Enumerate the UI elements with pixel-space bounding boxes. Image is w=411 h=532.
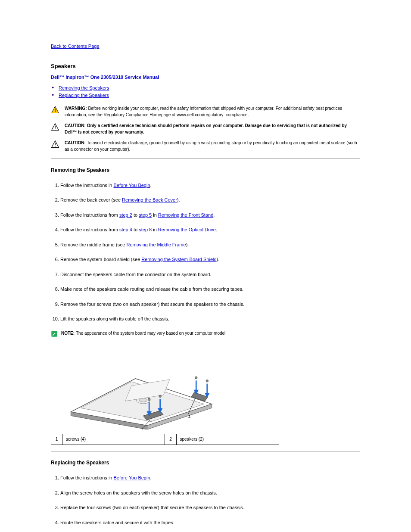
removing-optical-drive-link[interactable]: Removing the Optical Drive — [158, 227, 216, 232]
caution-notice-1: CAUTION: Only a certified service techni… — [51, 122, 360, 135]
svg-rect-1 — [55, 108, 56, 110]
legend-2-num: 2 — [165, 434, 176, 445]
diagram-legend-table: 1 screws (4) 2 speakers (2) — [51, 434, 279, 445]
replacing-speakers-heading: Replacing the Speakers — [51, 459, 360, 467]
replace-step-1: Follow the instructions in Before You Be… — [60, 474, 360, 482]
svg-rect-7 — [55, 143, 56, 145]
removing-middle-frame-link[interactable]: Removing the Middle Frame — [126, 242, 186, 247]
step-3: Follow the instructions from step 2 to s… — [60, 212, 360, 219]
step-5: Remove the middle frame (see Removing th… — [60, 241, 360, 249]
caution-triangle-icon — [51, 123, 61, 133]
divider — [51, 159, 360, 159]
before-you-begin-link[interactable]: Before You Begin — [114, 183, 150, 188]
caution1-body: Only a certified service technician shou… — [65, 123, 347, 134]
svg-point-29 — [148, 398, 150, 400]
svg-rect-8 — [55, 146, 56, 146]
step-10: Lift the speakers along with its cable o… — [60, 315, 360, 323]
svg-text:1: 1 — [141, 427, 143, 429]
speakers-diagram: 1 2 — [51, 343, 360, 431]
step-7: Disconnect the speakers cable from the c… — [60, 271, 360, 278]
step-2: Remove the back cover (see Removing the … — [60, 196, 360, 204]
toc-replacing-speakers-link[interactable]: Replacing the Speakers — [59, 93, 109, 98]
replace-step-2: Align the screw holes on the speakers wi… — [60, 489, 360, 497]
legend-1-num: 1 — [51, 434, 62, 445]
svg-point-24 — [206, 380, 208, 382]
step-8-link[interactable]: step 8 — [139, 227, 152, 232]
warning-notice: WARNING: Before working inside your comp… — [51, 105, 360, 118]
toc-list: Removing the Speakers Replacing the Spea… — [51, 85, 360, 99]
caution-1-text: CAUTION: Only a certified service techni… — [65, 122, 360, 135]
note-lead: NOTE: — [61, 331, 76, 336]
toc-removing-speakers-link[interactable]: Removing the Speakers — [59, 85, 109, 90]
removing-system-board-shield-link[interactable]: Removing the System-Board Shield — [141, 257, 216, 262]
divider — [51, 451, 360, 451]
svg-point-23 — [195, 376, 197, 379]
caution-triangle-icon — [51, 140, 61, 150]
removing-speakers-heading: Removing the Speakers — [51, 167, 360, 174]
replace-step-3: Replace the four screws (two on each spe… — [60, 504, 360, 511]
removing-front-stand-link[interactable]: Removing the Front Stand — [158, 212, 213, 218]
caution-2-text: CAUTION: To avoid electrostatic discharg… — [65, 140, 360, 152]
svg-marker-22 — [206, 393, 209, 396]
note-body: The appearance of the system board may v… — [76, 331, 225, 336]
step-5-link[interactable]: step 5 — [139, 212, 152, 218]
back-to-contents-link[interactable]: Back to Contents Page — [51, 43, 100, 50]
legend-2-label: speakers (2) — [176, 434, 279, 445]
manual-title: Dell™ Inspiron™ One 2305/2310 Service Ma… — [51, 74, 360, 81]
svg-text:2: 2 — [188, 414, 190, 419]
note-row: NOTE: The appearance of the system board… — [51, 330, 360, 339]
warning-lead: WARNING: — [65, 106, 88, 111]
svg-point-30 — [159, 395, 161, 397]
warning-body: Before working inside your computer, rea… — [65, 106, 342, 117]
svg-rect-5 — [55, 128, 56, 129]
step-4-link[interactable]: step 4 — [119, 227, 132, 232]
step-6: Remove the system-board shield (see Remo… — [60, 256, 360, 263]
warning-triangle-icon — [51, 106, 61, 116]
note-pencil-icon — [51, 330, 59, 339]
before-you-begin-link-2[interactable]: Before You Begin — [114, 475, 150, 480]
step-4: Follow the instructions from step 4 to s… — [60, 226, 360, 233]
note-text: NOTE: The appearance of the system board… — [61, 330, 225, 336]
svg-rect-4 — [55, 125, 56, 128]
replace-step-4: Route the speakers cable and secure it w… — [60, 519, 360, 526]
legend-1-label: screws (4) — [62, 434, 165, 445]
removing-back-cover-link[interactable]: Removing the Back Cover — [122, 197, 177, 202]
step-8: Make note of the speakers cable routing … — [60, 286, 360, 293]
caution2-lead: CAUTION: — [65, 140, 87, 145]
step-2-link[interactable]: step 2 — [119, 212, 132, 218]
caution1-lead: CAUTION: — [65, 123, 87, 128]
replacing-steps: Follow the instructions in Before You Be… — [60, 474, 360, 526]
removing-steps: Follow the instructions in Before You Be… — [60, 182, 360, 323]
step-9: Remove the four screws (two on each spea… — [60, 301, 360, 308]
page-section-title: Speakers — [51, 62, 360, 70]
step-1: Follow the instructions in Before You Be… — [60, 182, 360, 189]
caution2-body: To avoid electrostatic discharge, ground… — [65, 140, 357, 152]
caution-notice-2: CAUTION: To avoid electrostatic discharg… — [51, 140, 360, 152]
svg-rect-2 — [55, 111, 56, 112]
warning-text: WARNING: Before working inside your comp… — [65, 105, 360, 118]
